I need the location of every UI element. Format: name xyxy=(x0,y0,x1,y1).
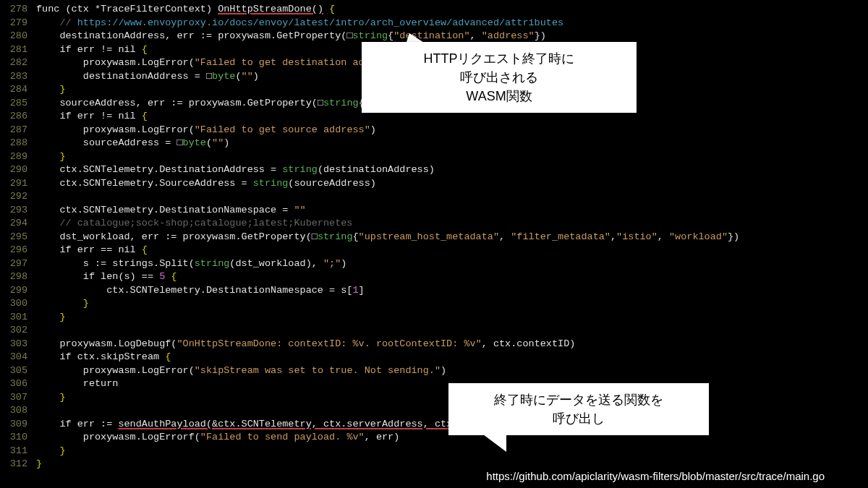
code-content[interactable]: } xyxy=(36,391,66,405)
code-line[interactable]: 311 } xyxy=(0,445,868,458)
callout-2-line2: 呼び出し xyxy=(553,411,605,426)
code-content[interactable]: ctx.SCNTelemetry.DestinationNamespace = … xyxy=(36,204,306,218)
line-number: 295 xyxy=(0,231,36,244)
line-number: 312 xyxy=(0,458,36,471)
code-content[interactable]: } xyxy=(36,311,66,325)
code-content[interactable]: proxywasm.LogError("skipStream was set t… xyxy=(36,364,446,378)
code-content[interactable]: } xyxy=(36,458,42,471)
line-number: 297 xyxy=(0,257,36,271)
line-number: 282 xyxy=(0,56,36,70)
callout-2-line1: 終了時にデータを送る関数を xyxy=(494,393,663,407)
code-line[interactable]: 279 // https://www.envoyproxy.io/docs/en… xyxy=(0,17,868,30)
line-number: 293 xyxy=(0,204,36,218)
code-line[interactable]: 309 if err := sendAuthPayload(&ctx.SCNTe… xyxy=(0,418,868,432)
code-line[interactable]: 312} xyxy=(0,458,868,471)
line-number: 287 xyxy=(0,124,36,137)
line-number: 290 xyxy=(0,163,36,177)
line-number: 298 xyxy=(0,270,36,284)
code-content[interactable]: proxywasm.LogError("Failed to get destin… xyxy=(36,56,405,70)
code-line[interactable]: 299 ctx.SCNTelemetry.DestinationNamespac… xyxy=(0,284,868,298)
line-number: 286 xyxy=(0,110,36,124)
line-number: 292 xyxy=(0,190,36,204)
code-content[interactable]: dst_workload, err := proxywasm.GetProper… xyxy=(36,231,739,244)
line-number: 296 xyxy=(0,244,36,257)
code-line[interactable]: 308 xyxy=(0,404,868,418)
code-content[interactable]: ctx.SCNTelemetry.SourceAddress = string(… xyxy=(36,177,376,191)
code-content[interactable]: if ctx.skipStream { xyxy=(36,351,171,364)
code-content[interactable]: ctx.SCNTelemetry.DestinationAddress = st… xyxy=(36,163,435,177)
code-line[interactable]: 289 } xyxy=(0,150,868,164)
line-number: 288 xyxy=(0,137,36,150)
line-number: 307 xyxy=(0,391,36,405)
line-number: 280 xyxy=(0,30,36,43)
line-number: 308 xyxy=(0,404,36,418)
code-content[interactable]: } xyxy=(36,83,66,97)
line-number: 281 xyxy=(0,43,36,57)
callout-2-tail xyxy=(477,430,506,452)
code-line[interactable]: 301 } xyxy=(0,311,868,325)
line-number: 289 xyxy=(0,150,36,164)
code-line[interactable]: 288 sourceAddress = □byte("") xyxy=(0,137,868,150)
line-number: 310 xyxy=(0,431,36,445)
code-line[interactable]: 304 if ctx.skipStream { xyxy=(0,351,868,364)
code-content[interactable]: } xyxy=(36,150,66,164)
line-number: 303 xyxy=(0,338,36,351)
line-number: 302 xyxy=(0,324,36,338)
source-link[interactable]: https://github.com/apiclarity/wasm-filte… xyxy=(486,470,825,482)
line-number: 284 xyxy=(0,83,36,97)
callout-1-line1: HTTPリクエスト終了時に xyxy=(424,51,575,66)
code-content[interactable]: destinationAddress, err := proxywasm.Get… xyxy=(36,30,546,43)
code-line[interactable]: 278func (ctx *TraceFilterContext) OnHttp… xyxy=(0,3,868,17)
code-line[interactable]: 295 dst_workload, err := proxywasm.GetPr… xyxy=(0,231,868,244)
code-content[interactable]: return xyxy=(36,377,118,391)
line-number: 306 xyxy=(0,377,36,391)
line-number: 301 xyxy=(0,311,36,325)
line-number: 278 xyxy=(0,3,36,17)
code-line[interactable]: 291 ctx.SCNTelemetry.SourceAddress = str… xyxy=(0,177,868,191)
code-content[interactable]: func (ctx *TraceFilterContext) OnHttpStr… xyxy=(36,3,335,17)
code-content[interactable]: proxywasm.LogDebugf("OnHttpStreamDone: c… xyxy=(36,338,575,351)
code-content[interactable]: // catalogue;sock-shop;catalogue;latest;… xyxy=(36,217,352,231)
code-line[interactable]: 303 proxywasm.LogDebugf("OnHttpStreamDon… xyxy=(0,338,868,351)
code-line[interactable]: 294 // catalogue;sock-shop;catalogue;lat… xyxy=(0,217,868,231)
code-content[interactable]: s := strings.Split(string(dst_workload),… xyxy=(36,257,346,271)
code-content[interactable]: destinationAddress = □byte("") xyxy=(36,70,259,84)
line-number: 299 xyxy=(0,284,36,298)
line-number: 304 xyxy=(0,351,36,364)
code-content[interactable]: proxywasm.LogErrorf("Failed to send payl… xyxy=(36,431,399,445)
code-content[interactable]: } xyxy=(36,445,66,458)
code-content[interactable]: sourceAddress = □byte("") xyxy=(36,137,229,150)
line-number: 283 xyxy=(0,70,36,84)
code-line[interactable]: 292 xyxy=(0,190,868,204)
code-content[interactable]: if err != nil { xyxy=(36,110,148,124)
code-line[interactable]: 296 if err == nil { xyxy=(0,244,868,257)
code-line[interactable]: 305 proxywasm.LogError("skipStream was s… xyxy=(0,364,868,378)
code-line[interactable]: 297 s := strings.Split(string(dst_worklo… xyxy=(0,257,868,271)
code-line[interactable]: 287 proxywasm.LogError("Failed to get so… xyxy=(0,124,868,137)
code-line[interactable]: 280 destinationAddress, err := proxywasm… xyxy=(0,30,868,43)
line-number: 285 xyxy=(0,97,36,111)
code-line[interactable]: 302 xyxy=(0,324,868,338)
code-line[interactable]: 307 } xyxy=(0,391,868,405)
code-line[interactable]: 310 proxywasm.LogErrorf("Failed to send … xyxy=(0,431,868,445)
callout-1-line3: WASM関数 xyxy=(466,89,532,103)
code-content[interactable]: // https://www.envoyproxy.io/docs/envoy/… xyxy=(36,17,563,30)
code-line[interactable]: 300 } xyxy=(0,297,868,311)
code-content[interactable]: if len(s) == 5 { xyxy=(36,270,176,284)
code-content[interactable]: ctx.SCNTelemetry.DestinationNamespace = … xyxy=(36,284,365,298)
code-content[interactable]: if err != nil { xyxy=(36,43,148,57)
line-number: 311 xyxy=(0,445,36,458)
line-number: 300 xyxy=(0,297,36,311)
line-number: 279 xyxy=(0,17,36,30)
code-line[interactable]: 293 ctx.SCNTelemetry.DestinationNamespac… xyxy=(0,204,868,218)
code-content[interactable]: proxywasm.LogError("Failed to get source… xyxy=(36,124,376,137)
code-line[interactable]: 290 ctx.SCNTelemetry.DestinationAddress … xyxy=(0,163,868,177)
code-content[interactable]: } xyxy=(36,297,89,311)
callout-1-line2: 呼び出される xyxy=(460,70,538,85)
code-line[interactable]: 306 return xyxy=(0,377,868,391)
code-line[interactable]: 298 if len(s) == 5 { xyxy=(0,270,868,284)
callout-2: 終了時にデータを送る関数を 呼び出し xyxy=(448,383,709,435)
line-number: 294 xyxy=(0,217,36,231)
code-content[interactable]: if err == nil { xyxy=(36,244,148,257)
line-number: 291 xyxy=(0,177,36,191)
